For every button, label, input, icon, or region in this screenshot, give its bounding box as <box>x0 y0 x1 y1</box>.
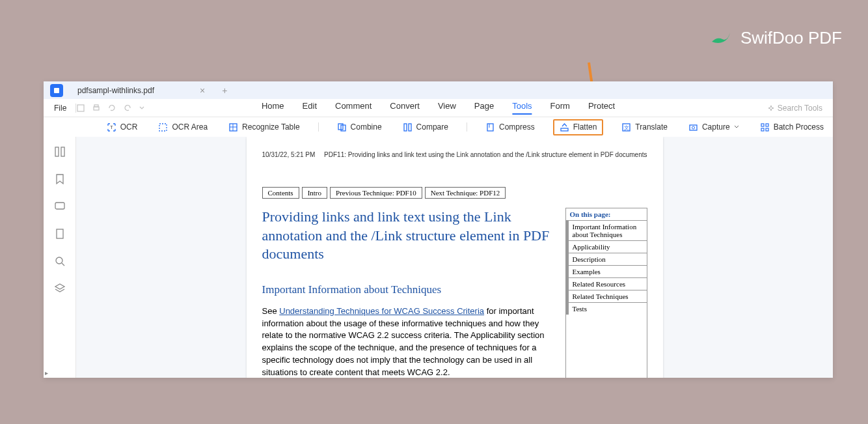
layers-icon[interactable] <box>54 283 66 294</box>
save-icon[interactable] <box>76 104 85 113</box>
svg-rect-27 <box>57 229 63 238</box>
wcag-link[interactable]: Understanding Techniques for WCAG Succes… <box>279 306 484 316</box>
nav-box[interactable]: Contents <box>262 187 299 199</box>
svg-rect-11 <box>404 124 407 131</box>
svg-rect-21 <box>766 124 768 126</box>
flatten-icon <box>560 122 569 132</box>
capture-button[interactable]: Capture <box>686 121 742 134</box>
menu-comment[interactable]: Comment <box>335 101 372 115</box>
svg-rect-15 <box>561 128 568 131</box>
nav-box[interactable]: Intro <box>302 187 327 199</box>
svg-rect-23 <box>766 128 768 131</box>
thumbnails-icon[interactable] <box>54 146 66 158</box>
batch-process-button[interactable]: Batch Process <box>757 121 826 134</box>
comment-icon[interactable] <box>54 201 66 212</box>
translate-icon: 文 <box>621 122 631 132</box>
toc-item[interactable]: Related Techniques <box>566 290 647 303</box>
doc-title: Providing links and link text using the … <box>262 208 556 264</box>
svg-rect-20 <box>761 124 764 126</box>
svg-rect-1 <box>77 105 84 111</box>
svg-rect-12 <box>409 124 411 131</box>
svg-rect-22 <box>761 128 764 131</box>
print-icon[interactable] <box>92 104 101 113</box>
table-icon <box>228 122 238 132</box>
doc-paragraph: See Understanding Techniques for WCAG Su… <box>262 305 556 378</box>
menu-bar: File HomeEditCommentConvertViewPageTools… <box>44 99 833 117</box>
combine-button[interactable]: Combine <box>334 121 385 134</box>
svg-point-19 <box>692 126 694 129</box>
svg-rect-2 <box>94 107 99 110</box>
nav-box[interactable]: Previous Technique: PDF10 <box>330 187 422 199</box>
toc-box: On this page: Important Information abou… <box>565 208 647 378</box>
doc-timestamp: 10/31/22, 5:21 PM <box>262 151 316 158</box>
menu-tools[interactable]: Tools <box>512 101 532 115</box>
svg-rect-5 <box>159 124 167 131</box>
toc-item[interactable]: Related Resources <box>566 278 647 290</box>
attachment-icon[interactable] <box>54 228 66 240</box>
translate-button[interactable]: 文Translate <box>619 121 670 134</box>
divider <box>318 122 319 132</box>
svg-text:文: 文 <box>624 125 629 131</box>
toc-item[interactable]: Description <box>566 253 647 266</box>
menu-protect[interactable]: Protect <box>588 101 615 115</box>
tab-bar: pdfsampl-withlinks.pdf × + <box>44 81 833 99</box>
redo-icon[interactable] <box>123 104 132 113</box>
svg-rect-0 <box>54 88 59 93</box>
nav-box[interactable]: Next Technique: PDF12 <box>425 187 506 199</box>
svg-rect-13 <box>487 124 493 131</box>
doc-meta: 10/31/22, 5:21 PM PDF11: Providing links… <box>262 151 647 158</box>
flatten-button[interactable]: Flatten <box>553 119 604 135</box>
capture-icon <box>688 122 698 132</box>
svg-line-29 <box>62 263 64 266</box>
document-tab[interactable]: pdfsampl-withlinks.pdf × <box>70 81 213 99</box>
svg-rect-3 <box>94 105 98 107</box>
svg-rect-26 <box>55 203 64 209</box>
file-menu[interactable]: File <box>54 104 66 113</box>
doc-header: PDF11: Providing links and link text usi… <box>324 151 647 158</box>
brand: SwifDoo PDF <box>709 26 842 49</box>
toc-header: On this page: <box>566 208 647 221</box>
batch-icon <box>760 122 770 132</box>
combine-icon <box>337 122 347 132</box>
bookmark-icon[interactable] <box>54 173 66 185</box>
doc-navs: ContentsIntroPrevious Technique: PDF10Ne… <box>262 187 647 199</box>
toc-item[interactable]: Important Information about Techniques <box>566 221 647 241</box>
chevron-down-icon[interactable] <box>139 105 145 111</box>
ocr-button[interactable]: TOCR <box>104 121 141 134</box>
expand-handle-icon[interactable]: ▸ <box>45 369 48 376</box>
svg-point-28 <box>56 257 62 264</box>
menu-edit[interactable]: Edit <box>303 101 317 115</box>
toc-item[interactable]: Examples <box>566 266 647 278</box>
content-area: ▸ 10/31/22, 5:21 PM PDF11: Providing lin… <box>44 137 833 378</box>
toc-item[interactable]: Applicability <box>566 241 647 253</box>
compare-button[interactable]: Compare <box>400 121 451 134</box>
brand-logo-icon <box>709 26 733 49</box>
new-tab-button[interactable]: + <box>222 85 227 96</box>
toc-item[interactable]: Tests <box>566 303 647 315</box>
svg-rect-25 <box>61 147 64 156</box>
doc-section-heading: Important Information about Techniques <box>262 283 556 296</box>
sparkle-icon <box>767 104 775 112</box>
app-icon <box>50 84 63 97</box>
search-tools[interactable]: Search Tools <box>767 104 822 113</box>
menu-view[interactable]: View <box>438 101 456 115</box>
svg-text:T: T <box>110 125 113 130</box>
ocr-area-icon <box>158 122 168 132</box>
compress-button[interactable]: Compress <box>483 121 537 134</box>
chevron-down-icon <box>734 124 739 130</box>
recognize-table-button[interactable]: Recognize Table <box>226 121 303 134</box>
search-icon[interactable] <box>54 255 66 267</box>
tab-title: pdfsampl-withlinks.pdf <box>77 86 154 95</box>
menu-page[interactable]: Page <box>474 101 494 115</box>
compare-icon <box>403 122 413 132</box>
toolbar: TOCR OCR Area Recognize Table Combine Co… <box>44 117 833 137</box>
menu-form[interactable]: Form <box>550 101 570 115</box>
svg-rect-24 <box>55 147 59 156</box>
ocr-area-button[interactable]: OCR Area <box>156 121 210 134</box>
search-placeholder: Search Tools <box>778 104 822 113</box>
menu-convert[interactable]: Convert <box>390 101 420 115</box>
app-window: pdfsampl-withlinks.pdf × + File HomeEdit… <box>44 81 833 378</box>
close-tab-icon[interactable]: × <box>200 85 205 96</box>
undo-icon[interactable] <box>107 104 116 113</box>
menu-home[interactable]: Home <box>262 101 284 115</box>
